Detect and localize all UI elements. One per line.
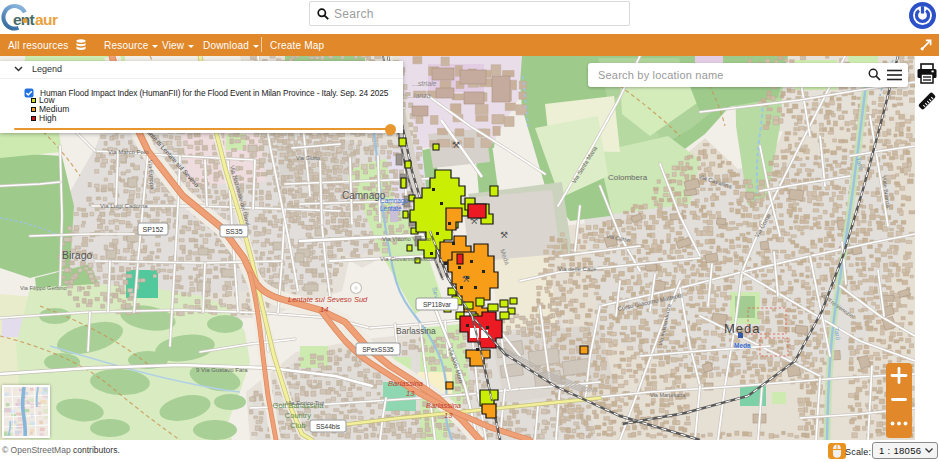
svg-text:Via Gioito: Via Gioito	[296, 155, 320, 161]
svg-text:Barlassina: Barlassina	[396, 326, 436, 336]
svg-text:Camnago-: Camnago-	[380, 197, 410, 205]
svg-text:Via Martesana: Via Martesana	[650, 392, 686, 398]
svg-text:9 Via Gustavo Fara: 9 Via Gustavo Fara	[196, 367, 248, 373]
svg-text:Barlassina: Barlassina	[388, 379, 423, 388]
svg-text:SS35: SS35	[225, 228, 242, 235]
svg-text:Lentate sul Seveso Sud: Lentate sul Seveso Sud	[288, 295, 368, 304]
svg-text:⚒: ⚒	[462, 274, 470, 284]
svg-text:aur: aur	[35, 11, 58, 28]
svg-text:Colombera: Colombera	[608, 173, 648, 182]
svg-text:Meda: Meda	[734, 342, 751, 349]
svg-text:...ianza: ...ianza	[408, 92, 431, 99]
svg-text:Via Marco Polo: Via Marco Polo	[108, 149, 149, 155]
svg-text:Via Vittorio Veneto: Via Vittorio Veneto	[382, 236, 432, 242]
svg-text:Club: Club	[290, 421, 305, 430]
svg-text:13: 13	[406, 389, 415, 398]
svg-text:Birago: Birago	[62, 249, 93, 261]
svg-text:Barlassina: Barlassina	[426, 401, 461, 410]
svg-text:⚒: ⚒	[452, 140, 460, 150]
svg-text:SP118var: SP118var	[423, 301, 452, 308]
svg-text:⚒: ⚒	[500, 230, 508, 240]
svg-text:Via Luigi Cadorna: Via Luigi Cadorna	[100, 203, 148, 209]
svg-text:Lentate: Lentate	[380, 205, 402, 212]
svg-text:⚒: ⚒	[470, 216, 478, 226]
svg-text:SPexSS35: SPexSS35	[362, 346, 394, 353]
svg-text:SP152: SP152	[142, 226, 163, 233]
svg-text:Country: Country	[285, 411, 312, 420]
svg-text:SS44bis: SS44bis	[316, 423, 341, 430]
svg-text:Via Filippo Gerbino: Via Filippo Gerbino	[20, 285, 67, 291]
svg-text:14: 14	[320, 305, 328, 314]
svg-text:Via delle Cave: Via delle Cave	[558, 266, 597, 272]
svg-text:...striale: ...striale	[412, 80, 437, 87]
svg-text:Via Enrico Toti: Via Enrico Toti	[286, 400, 324, 406]
svg-text:Via Giovanni Pascoli: Via Giovanni Pascoli	[380, 256, 435, 262]
svg-text:13: 13	[444, 411, 453, 420]
